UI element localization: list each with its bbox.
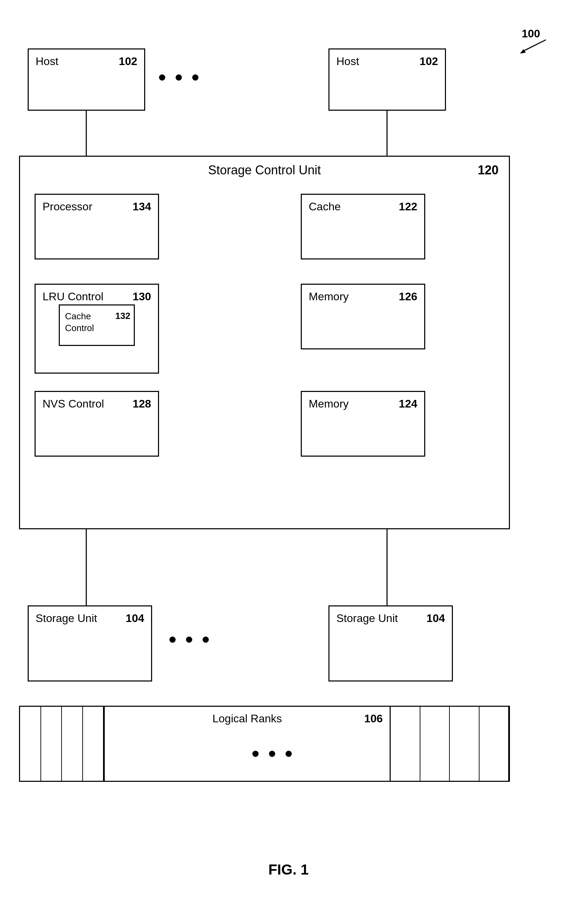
right-rank-col-2 <box>421 707 450 781</box>
memory124-label: Memory <box>309 397 349 410</box>
storage-dot-3 <box>203 636 209 643</box>
logical-ranks-box: Logical Ranks 106 <box>104 706 391 782</box>
dot-1 <box>159 74 165 81</box>
left-rank-col-2 <box>41 707 62 781</box>
memory126-box: Memory 126 <box>301 284 425 349</box>
host-left-number: 102 <box>119 55 137 68</box>
storage-right-number: 104 <box>427 612 445 625</box>
right-rank-col-3 <box>450 707 480 781</box>
host-left-box: Host 102 <box>27 48 145 111</box>
cache-control-number: 132 <box>116 311 131 321</box>
processor-label: Processor <box>42 200 92 213</box>
right-rank-columns <box>391 706 510 782</box>
left-rank-columns <box>19 706 104 782</box>
line-scu-right <box>387 529 388 606</box>
lru-label: LRU Control <box>42 290 103 303</box>
ranks-dot-2 <box>269 751 275 757</box>
fig-label: FIG. 1 <box>268 861 309 878</box>
dot-3 <box>192 74 198 81</box>
cache-box: Cache 122 <box>301 194 425 260</box>
left-rank-col-4 <box>83 707 104 781</box>
line-host-right <box>387 111 388 156</box>
storage-left-label: Storage Unit <box>35 612 97 625</box>
storage-dot-1 <box>169 636 176 643</box>
svg-text:100: 100 <box>522 27 540 40</box>
host-right-label: Host <box>336 55 359 68</box>
logical-ranks-dots <box>252 751 292 757</box>
ranks-dot-3 <box>285 751 292 757</box>
memory126-number: 126 <box>399 290 417 303</box>
storage-right-label: Storage Unit <box>336 612 398 625</box>
storage-right-box: Storage Unit 104 <box>329 606 453 682</box>
host-right-number: 102 <box>420 55 438 68</box>
right-rank-col-1 <box>391 707 421 781</box>
nvs-box: NVS Control 128 <box>35 391 159 457</box>
storage-left-number: 104 <box>126 612 144 625</box>
storage-dots <box>169 636 209 643</box>
nvs-label: NVS Control <box>42 397 104 410</box>
nvs-number: 128 <box>133 397 151 410</box>
host-left-label: Host <box>35 55 58 68</box>
diagram: 100 Host 102 Host 102 Storage Control Un… <box>0 0 577 924</box>
left-rank-col-1 <box>20 707 41 781</box>
memory126-label: Memory <box>309 290 349 303</box>
scu-number: 120 <box>478 163 498 178</box>
cache-control-label: CacheControl <box>65 311 94 334</box>
logical-ranks-title: Logical Ranks <box>213 712 282 725</box>
ranks-dot-1 <box>252 751 259 757</box>
storage-dot-2 <box>186 636 192 643</box>
host-right-box: Host 102 <box>329 48 446 111</box>
svg-line-1 <box>522 40 546 52</box>
logical-ranks-number: 106 <box>364 712 383 725</box>
storage-left-box: Storage Unit 104 <box>27 606 152 682</box>
memory124-box: Memory 124 <box>301 391 425 457</box>
ref-100-arrow-area: 100 <box>501 27 556 57</box>
processor-number: 134 <box>133 200 151 213</box>
cache-control-box: CacheControl 132 <box>59 304 135 346</box>
dot-2 <box>176 74 182 81</box>
left-rank-col-3 <box>62 707 83 781</box>
cache-label: Cache <box>309 200 341 213</box>
host-dots <box>159 74 198 81</box>
memory124-number: 124 <box>399 397 417 410</box>
right-rank-col-4 <box>480 707 509 781</box>
line-host-left <box>86 111 87 156</box>
line-scu-left <box>86 529 87 606</box>
processor-box: Processor 134 <box>35 194 159 260</box>
lru-number: 130 <box>133 290 151 303</box>
cache-number: 122 <box>399 200 417 213</box>
scu-title: Storage Control Unit <box>208 163 321 178</box>
